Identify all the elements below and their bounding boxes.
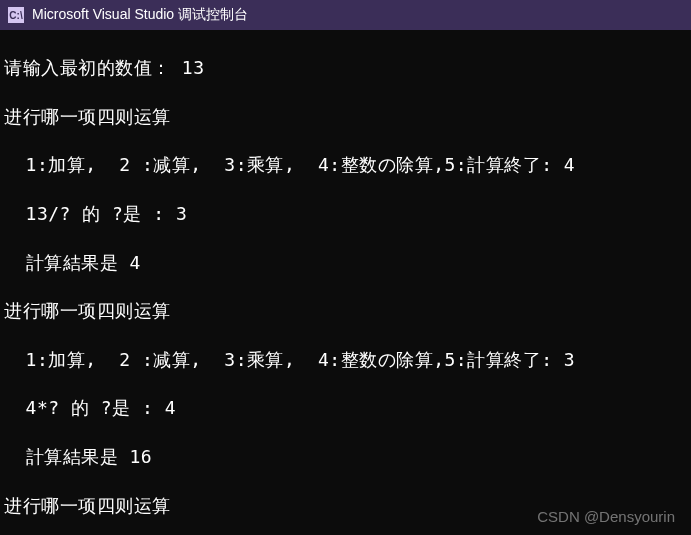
window-title: Microsoft Visual Studio 调试控制台 [32, 6, 248, 24]
question-prefix: 13/? 的 ?是 : [26, 203, 165, 224]
menu-header: 进行哪一项四则运算 [4, 299, 687, 323]
menu-options: 1:加算, 2 :减算, 3:乘算, 4:整数の除算,5:計算終了: [26, 154, 553, 175]
choice-input: 3 [564, 349, 575, 370]
console-output: 请输入最初的数值： 13 进行哪一项四则运算 1:加算, 2 :减算, 3:乘算… [0, 30, 691, 535]
result-value: 4 [129, 252, 140, 273]
result-line: 計算結果是 16 [4, 445, 687, 469]
question-prefix: 4*? 的 ?是 : [26, 397, 154, 418]
menu-options: 1:加算, 2 :减算, 3:乘算, 4:整数の除算,5:計算終了: [26, 349, 553, 370]
prompt-initial: 请输入最初的数值： [4, 57, 171, 78]
question-line: 13/? 的 ?是 : 3 [4, 202, 687, 226]
question-line: 4*? 的 ?是 : 4 [4, 396, 687, 420]
result-line: 計算結果是 4 [4, 251, 687, 275]
result-label: 計算結果是 [26, 252, 119, 273]
app-icon: C:\ [8, 7, 24, 23]
choice-input: 4 [564, 154, 575, 175]
answer-input: 3 [176, 203, 187, 224]
result-label: 計算結果是 [26, 446, 119, 467]
prompt-initial-line: 请输入最初的数值： 13 [4, 56, 687, 80]
menu-options-line: 1:加算, 2 :减算, 3:乘算, 4:整数の除算,5:計算終了: 4 [4, 153, 687, 177]
result-value: 16 [129, 446, 152, 467]
window-titlebar[interactable]: C:\ Microsoft Visual Studio 调试控制台 [0, 0, 691, 30]
initial-value: 13 [182, 57, 205, 78]
watermark: CSDN @Densyourin [537, 508, 675, 525]
menu-options-line: 1:加算, 2 :减算, 3:乘算, 4:整数の除算,5:計算終了: 3 [4, 348, 687, 372]
answer-input: 4 [165, 397, 176, 418]
menu-header: 进行哪一项四则运算 [4, 105, 687, 129]
